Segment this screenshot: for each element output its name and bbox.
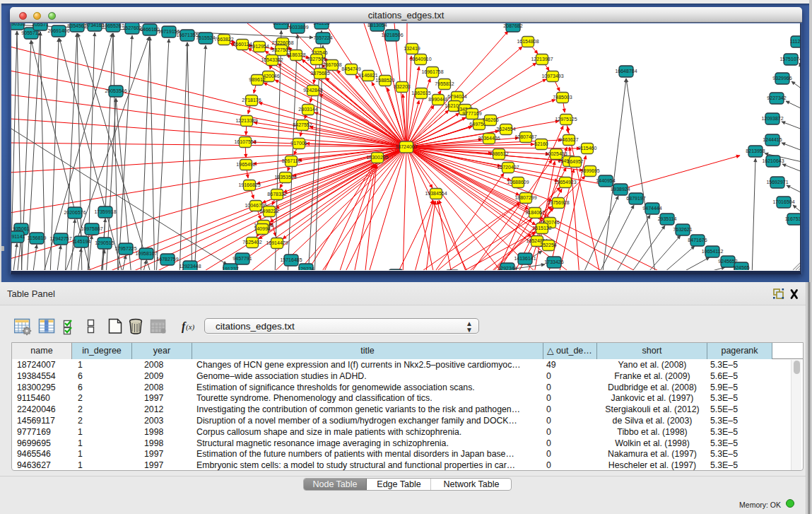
svg-text:12093872: 12093872 — [761, 116, 783, 121]
svg-text:1362615: 1362615 — [411, 90, 430, 95]
svg-text:10025433: 10025433 — [545, 151, 567, 156]
svg-text:7955812: 7955812 — [435, 81, 454, 86]
svg-text:9055712: 9055712 — [21, 30, 40, 35]
svg-text:191237: 191237 — [222, 267, 238, 270]
svg-text:16107553: 16107553 — [234, 139, 256, 144]
svg-text:9184067: 9184067 — [525, 210, 544, 215]
svg-text:20206576: 20206576 — [64, 210, 86, 215]
svg-text:10973493: 10973493 — [541, 74, 563, 78]
svg-text:10688609: 10688609 — [507, 180, 529, 185]
svg-text:18640910: 18640910 — [409, 57, 431, 62]
svg-text:7625402: 7625402 — [242, 240, 261, 245]
svg-text:16210643: 16210643 — [762, 158, 784, 163]
svg-text:8471676: 8471676 — [688, 238, 707, 243]
svg-text:15720407: 15720407 — [497, 165, 519, 170]
svg-text:9227342: 9227342 — [767, 95, 786, 100]
svg-text:205571: 205571 — [32, 23, 48, 27]
svg-text:1244415: 1244415 — [763, 137, 782, 142]
svg-text:2087682: 2087682 — [503, 23, 522, 28]
svg-text:7485003: 7485003 — [553, 95, 572, 100]
svg-text:9327508: 9327508 — [307, 57, 326, 62]
svg-text:132419: 132419 — [404, 46, 420, 51]
svg-text:16671355: 16671355 — [176, 33, 198, 37]
svg-text:1156819: 1156819 — [28, 235, 47, 240]
svg-text:9463627: 9463627 — [559, 137, 578, 142]
svg-text:7663822: 7663822 — [214, 37, 233, 42]
svg-text:12213389: 12213389 — [235, 118, 257, 123]
svg-text:1145194: 1145194 — [72, 239, 91, 244]
svg-text:19166825: 19166825 — [238, 182, 260, 187]
svg-text:1292344: 1292344 — [498, 266, 517, 270]
svg-text:19654923: 19654923 — [554, 180, 576, 185]
svg-text:111245: 111245 — [790, 39, 801, 44]
svg-text:832203: 832203 — [394, 84, 410, 89]
svg-text:15692971: 15692971 — [766, 180, 788, 185]
svg-text:1290515: 1290515 — [95, 240, 114, 245]
svg-text:1615132: 1615132 — [532, 226, 551, 230]
svg-text:140994: 140994 — [254, 226, 270, 231]
svg-text:8454749: 8454749 — [341, 66, 360, 71]
svg-text:7986532: 7986532 — [489, 151, 508, 156]
svg-text:6466160: 6466160 — [140, 27, 159, 32]
svg-text:8186328: 8186328 — [286, 52, 305, 57]
svg-text:7515524: 7515524 — [196, 35, 215, 40]
svg-text:391141: 391141 — [11, 234, 25, 239]
svg-text:164957: 164957 — [567, 159, 583, 164]
svg-text:12975125: 12975125 — [555, 117, 577, 122]
svg-text:12923448: 12923448 — [179, 264, 201, 269]
svg-text:6794024: 6794024 — [447, 94, 466, 99]
svg-text:17016504: 17016504 — [772, 199, 794, 204]
svg-text:10654112: 10654112 — [702, 249, 724, 254]
svg-text:62160: 62160 — [534, 141, 548, 146]
svg-text:16782759: 16782759 — [156, 257, 178, 262]
svg-text:(x): (x) — [186, 322, 195, 332]
svg-text:1733426: 1733426 — [544, 259, 563, 264]
svg-text:20053546: 20053546 — [105, 88, 126, 93]
svg-text:16154808: 16154808 — [517, 39, 539, 44]
svg-text:15716485: 15716485 — [280, 257, 302, 262]
svg-text:7357224: 7357224 — [313, 35, 332, 40]
svg-text:12213987: 12213987 — [531, 57, 553, 62]
svg-text:18300295: 18300295 — [366, 155, 388, 160]
svg-text:9242848: 9242848 — [303, 88, 322, 93]
svg-text:190355: 190355 — [11, 23, 25, 26]
svg-text:2867608: 2867608 — [322, 62, 341, 67]
svg-text:17359918: 17359918 — [94, 209, 116, 214]
svg-text:6879197: 6879197 — [626, 196, 645, 201]
svg-text:18353594: 18353594 — [274, 175, 296, 180]
svg-text:924565: 924565 — [733, 265, 749, 270]
svg-text:19756928: 19756928 — [547, 200, 569, 205]
svg-text:12942757: 12942757 — [49, 236, 71, 241]
svg-text:9457791: 9457791 — [233, 256, 252, 261]
svg-text:1527602: 1527602 — [122, 25, 141, 30]
svg-text:10655267: 10655267 — [102, 23, 124, 28]
svg-text:3624554: 3624554 — [496, 127, 515, 132]
svg-text:2718176: 2718176 — [242, 98, 261, 103]
svg-text:5498222: 5498222 — [259, 209, 278, 214]
svg-text:8813054: 8813054 — [367, 23, 387, 28]
svg-text:19218506: 19218506 — [381, 33, 403, 37]
svg-text:7632621: 7632621 — [673, 227, 692, 232]
svg-text:9777169: 9777169 — [462, 111, 481, 116]
svg-text:15751074: 15751074 — [779, 57, 801, 62]
svg-text:16961758: 16961758 — [421, 69, 443, 74]
svg-text:18724007: 18724007 — [395, 144, 417, 149]
svg-text:16648784: 16648784 — [615, 69, 637, 74]
svg-text:8912954: 8912954 — [249, 44, 269, 49]
svg-text:16543362: 16543362 — [261, 57, 283, 62]
svg-text:9329966: 9329966 — [772, 76, 792, 81]
svg-text:8213958: 8213958 — [746, 148, 765, 153]
svg-text:18807299: 18807299 — [514, 195, 536, 200]
svg-text:8427552: 8427552 — [293, 122, 312, 127]
svg-text:129234: 129234 — [298, 267, 314, 270]
svg-text:8678332: 8678332 — [267, 192, 286, 197]
svg-text:341256: 341256 — [313, 23, 329, 25]
svg-text:2803144: 2803144 — [298, 107, 317, 112]
svg-text:9146821: 9146821 — [358, 73, 377, 78]
svg-text:1440954: 1440954 — [596, 178, 615, 183]
svg-text:2935114: 2935114 — [658, 216, 677, 221]
svg-text:989612: 989612 — [249, 77, 265, 82]
svg-text:16914479: 16914479 — [266, 240, 288, 245]
svg-text:9474444: 9474444 — [642, 206, 661, 211]
svg-text:8267110: 8267110 — [282, 158, 301, 163]
